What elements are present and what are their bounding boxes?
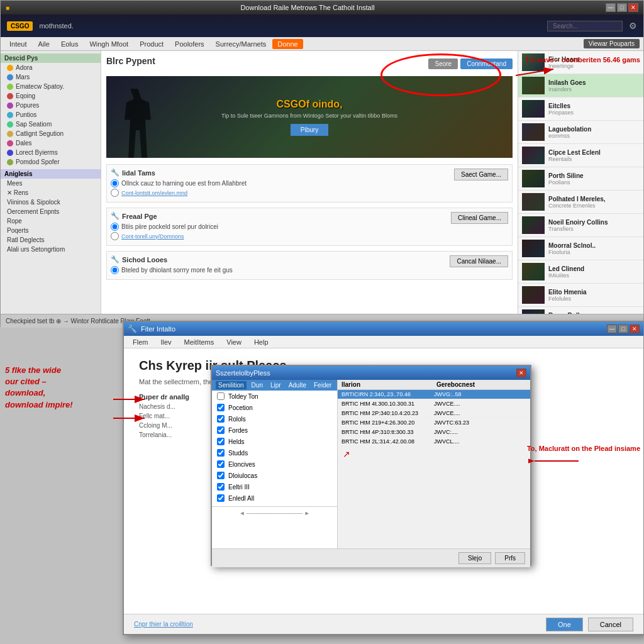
sidebar-item-rope[interactable]: Rope [1, 216, 101, 226]
checkbox-fordes[interactable] [217, 426, 225, 434]
radio4[interactable] [111, 232, 119, 240]
section2-link[interactable]: Cont-torell.uny/Domnons [121, 233, 184, 240]
menu-meittems[interactable]: MeitItems [179, 338, 219, 347]
modal-list-item-toldey[interactable]: Toldey Ton [212, 391, 337, 402]
right-item-noeil[interactable]: Noeil Enoiry Collins Transfiers [518, 214, 643, 237]
sidebar-item-ratl[interactable]: Ratl Deglects [1, 235, 101, 245]
checkbox-studds[interactable] [217, 449, 225, 457]
checkbox-eeltri[interactable] [217, 483, 225, 491]
one-button[interactable]: One [546, 618, 583, 631]
modal-table-row-5[interactable]: BRTIC HtM 4P:310:tt:300.33 JWVC:.... [338, 428, 530, 437]
bottom-maximize-btn[interactable]: □ [618, 325, 628, 333]
sidebar-item-dales[interactable]: Dales [1, 138, 101, 148]
close-btn[interactable]: ✕ [628, 3, 638, 12]
bottom-close-btn[interactable]: ✕ [630, 325, 640, 333]
sidebar-item-eqoing[interactable]: Eqoing [1, 91, 101, 101]
modal-list-item-studds[interactable]: Studds [212, 447, 337, 458]
modal-list-item-eeltri[interactable]: Eeltri III [212, 481, 337, 492]
score-button[interactable]: Seore [428, 58, 458, 69]
right-item-cipce[interactable]: Cipce Lest Eclenl Reentails [518, 144, 643, 167]
right-item-laguebolation[interactable]: Laguebolation eommss [518, 121, 643, 144]
footer-link[interactable]: Cnpr thier la croilltion [134, 621, 193, 628]
conm-button[interactable]: Connmontand [460, 58, 513, 69]
banner-play-button[interactable]: Pibury [291, 124, 328, 136]
minimize-btn[interactable]: — [606, 3, 616, 12]
modal-tab-feider[interactable]: Feider [311, 381, 334, 389]
view-button[interactable]: Viewar Pouparts [584, 39, 640, 48]
modal-list-item-pocetion[interactable]: Pocetion [212, 402, 337, 413]
right-item-polhated[interactable]: Polhated I Mereles, Concrete Ernenles [518, 191, 643, 214]
sidebar-item-pomdod[interactable]: Pomdod Spofer [1, 157, 101, 167]
menu-eolus[interactable]: Eolus [56, 39, 84, 49]
sidebar-item-mees[interactable]: Mees [1, 179, 101, 188]
menu-surrecy[interactable]: Surrecy/Marnets [211, 39, 272, 49]
menu-ilev[interactable]: Ilev [155, 338, 176, 347]
modal-table-row-4[interactable]: BRTIC HtM 219+4:26.300.20 JWVTC:63.23 [338, 418, 530, 428]
prfs-button[interactable]: Prfs [495, 552, 525, 564]
modal-list-item-helds[interactable]: Helds [212, 436, 337, 447]
radio1[interactable] [111, 179, 119, 187]
modal-list-item-fordes[interactable]: Fordes [212, 425, 337, 436]
right-item-moorral[interactable]: Moorral Sclnol.. Fiooluria [518, 237, 643, 260]
cancel-nilaae-button[interactable]: Cancal Nilaae... [450, 255, 508, 267]
checkbox-helds[interactable] [217, 438, 225, 445]
checkbox-rolols[interactable] [217, 415, 225, 423]
sidebar-item-alali[interactable]: Alali urs Setongrtiom [1, 245, 101, 254]
sidebar-item-mars[interactable]: Mars [1, 72, 101, 82]
checkbox-dloiulocas[interactable] [217, 472, 225, 479]
sidebar-item-oercement[interactable]: Oercement Enpnts [1, 207, 101, 216]
modal-tab-senilition[interactable]: Senilition [216, 381, 247, 389]
modal-list-item-dloiulocas[interactable]: Dloiulocas [212, 470, 337, 481]
sidebar-item-puntios[interactable]: Puntios [1, 110, 101, 119]
maximize-btn[interactable]: □ [617, 3, 627, 12]
radio3[interactable] [111, 223, 119, 231]
modal-table-row-3[interactable]: BRTIC HtM 2P:340:10.4:20.23 JWVCE.... [338, 409, 530, 418]
cancel-button[interactable]: Cancel [588, 618, 633, 631]
right-item-led[interactable]: Led Clinend IMiuiites [518, 260, 643, 284]
modal-table-row-2[interactable]: BRTIC HtM 4t.300.10.300.31 JWVCE.... [338, 399, 530, 409]
sidebar-item-sap[interactable]: Sap Seatiom [1, 119, 101, 129]
right-item-inilash[interactable]: Inilash Goes Inainders [518, 74, 643, 97]
checkbox-eloncives[interactable] [217, 460, 225, 468]
sidebar-item-rens[interactable]: ✕ Rens [1, 188, 101, 197]
sidebar-item-adora[interactable]: Adora [1, 63, 101, 72]
modal-table-row-6[interactable]: BRTIC HtM 2L:314:.42.00.08 JWVCL.... [338, 437, 530, 447]
menu-view[interactable]: View [221, 338, 247, 347]
menu-poolofers[interactable]: Poolofers [170, 39, 209, 49]
right-item-roma[interactable]: Roma Bolls Repuunes [518, 307, 643, 314]
menu-donne[interactable]: Donne [272, 39, 303, 49]
menu-product[interactable]: Product [135, 39, 169, 49]
settings-icon[interactable]: ⚙ [629, 21, 637, 31]
slejo-button[interactable]: Slejo [458, 552, 491, 564]
sidebar-item-popures[interactable]: Popures [1, 101, 101, 110]
menu-wingh[interactable]: Wingh Mfoot [84, 39, 133, 49]
search-input[interactable] [547, 21, 623, 31]
modal-tab-adulte[interactable]: Adulte [286, 381, 309, 389]
modal-table-row-1[interactable]: BRTICIRN 2:340,.23..70.46 JWVG:..58 [338, 390, 530, 399]
modal-list-item-rolols[interactable]: Rolols [212, 413, 337, 425]
sidebar-item-ematecw[interactable]: Ematecw Spatoy. [1, 82, 101, 91]
right-item-porth[interactable]: Porth Siline Poolians [518, 167, 643, 191]
modal-close-btn[interactable]: ✕ [516, 369, 526, 377]
bottom-minimize-btn[interactable]: — [607, 325, 617, 333]
checkbox-toldey[interactable] [217, 392, 225, 400]
menu-flem[interactable]: Flem [128, 338, 153, 347]
modal-list-item-enledl[interactable]: Enledl All [212, 492, 337, 504]
menu-aile[interactable]: Aile [33, 39, 55, 49]
sidebar-item-lorect[interactable]: Lorect Byierms [1, 148, 101, 157]
checkbox-enledl[interactable] [217, 494, 225, 502]
modal-tab-dun[interactable]: Dun [249, 381, 265, 389]
modal-tab-lipr[interactable]: Lipr [268, 381, 284, 389]
right-item-elito[interactable]: Elito Hmenia Felolules [518, 284, 643, 307]
radio5[interactable] [111, 266, 119, 274]
section1-link[interactable]: Cont-lontstt.om/evlen.mnd [121, 190, 187, 196]
sidebar-item-catlignt[interactable]: Catlignt Segution [1, 129, 101, 138]
saect-game-button[interactable]: Saect Game... [454, 169, 508, 180]
radio2[interactable] [111, 189, 119, 197]
right-item-eitclles[interactable]: Eitclles Priopases [518, 97, 643, 121]
checkbox-pocetion[interactable] [217, 404, 225, 411]
sidebar-item-poqerts[interactable]: Poqerts [1, 226, 101, 235]
menu-help[interactable]: Help [249, 338, 274, 347]
clineal-game-button[interactable]: Clineal Game... [451, 212, 508, 224]
menu-inteut[interactable]: Inteut [4, 39, 32, 49]
